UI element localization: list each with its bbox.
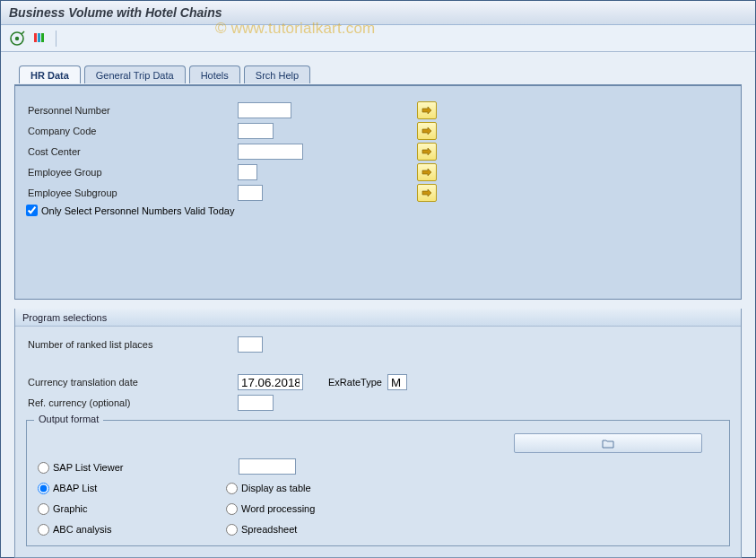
tab-general-trip[interactable]: General Trip Data (84, 65, 186, 83)
tab-hotels[interactable]: Hotels (189, 65, 240, 83)
multiselect-employee-subgroup[interactable] (417, 184, 437, 202)
multiselect-employee-group[interactable] (417, 163, 437, 181)
tab-body-hr: Personnel Number Company Code Cost Cente… (15, 85, 741, 281)
currency-date-input[interactable] (238, 374, 303, 390)
multiselect-personnel-number[interactable] (417, 101, 437, 119)
label-ref-currency: Ref. currency (optional) (26, 397, 238, 408)
personnel-number-input[interactable] (238, 102, 291, 118)
radio-display-as-table[interactable] (226, 483, 238, 494)
company-code-input[interactable] (238, 123, 274, 139)
label-employee-group: Employee Group (26, 167, 238, 178)
label-abc-analysis: ABC analysis (53, 524, 111, 535)
ref-currency-input[interactable] (238, 395, 274, 411)
group-program-selections: Program selections Number of ranked list… (14, 309, 742, 558)
group-title-output-format: Output format (34, 414, 103, 424)
label-ex-rate-type: ExRateType (328, 377, 382, 388)
cost-center-input[interactable] (238, 144, 303, 160)
label-display-as-table: Display as table (241, 483, 311, 493)
group-output-format: Output format SAP List Viewer (26, 420, 730, 546)
label-currency-date: Currency translation date (26, 377, 238, 388)
radio-word-processing[interactable] (226, 503, 238, 515)
group-title-program: Program selections (15, 309, 741, 327)
tab-srch-help[interactable]: Srch Help (244, 65, 310, 83)
radio-spreadsheet[interactable] (226, 524, 238, 536)
folder-icon (602, 438, 614, 449)
label-spreadsheet: Spreadsheet (241, 524, 297, 535)
multiselect-cost-center[interactable] (417, 143, 437, 161)
label-only-valid-today: Only Select Personnel Numbers Valid Toda… (41, 205, 234, 216)
label-employee-subgroup: Employee Subgroup (26, 187, 238, 198)
label-company-code: Company Code (26, 126, 238, 136)
label-personnel-number: Personnel Number (26, 105, 238, 116)
output-format-settings-button[interactable] (514, 433, 702, 453)
radio-abap-list[interactable] (38, 483, 49, 494)
employee-group-input[interactable] (238, 164, 257, 180)
employee-subgroup-input[interactable] (238, 185, 263, 201)
radio-abc-analysis[interactable] (38, 524, 49, 536)
tab-strip: HR Data General Trip Data Hotels Srch He… (19, 65, 310, 83)
only-valid-today-checkbox[interactable] (26, 205, 38, 216)
label-ranked-places: Number of ranked list places (26, 339, 238, 350)
label-abap-list: ABAP List (53, 483, 97, 493)
radio-sap-list-viewer[interactable] (38, 462, 49, 474)
label-cost-center: Cost Center (26, 146, 238, 157)
tab-container: HR Data General Trip Data Hotels Srch He… (14, 84, 742, 300)
sap-list-viewer-input[interactable] (239, 458, 296, 475)
label-sap-list-viewer: SAP List Viewer (53, 462, 123, 473)
radio-graphic[interactable] (38, 503, 49, 515)
ex-rate-type-input[interactable] (387, 374, 407, 390)
ranked-places-input[interactable] (238, 336, 263, 353)
label-word-processing: Word processing (241, 503, 315, 514)
label-graphic: Graphic (53, 503, 88, 514)
tab-hr-data[interactable]: HR Data (19, 65, 81, 83)
multiselect-company-code[interactable] (417, 122, 437, 140)
